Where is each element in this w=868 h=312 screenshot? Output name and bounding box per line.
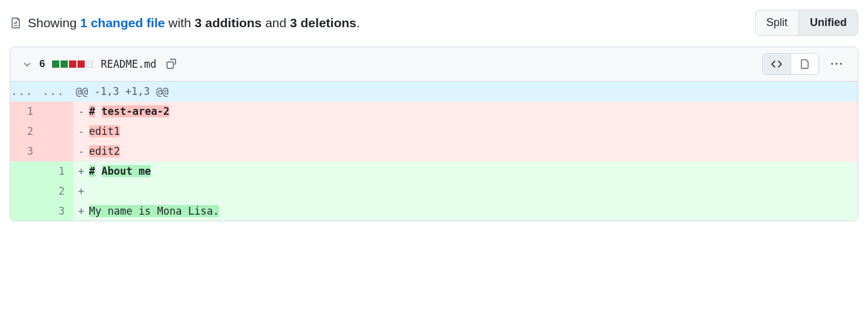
diffstat-add-block xyxy=(61,60,68,68)
unified-view-button[interactable]: Unified xyxy=(798,10,858,35)
old-line-number[interactable]: 3 xyxy=(10,141,42,161)
diff-code xyxy=(89,181,858,201)
file-diff-icon xyxy=(10,17,22,29)
summary-mid2: and xyxy=(261,16,290,30)
changed-files-link[interactable]: 1 changed file xyxy=(80,16,165,30)
split-view-button[interactable]: Split xyxy=(755,10,798,35)
diff-marker: + xyxy=(73,161,89,181)
old-line-number xyxy=(10,201,42,221)
diff-line-addition: 2 + xyxy=(10,181,858,201)
diff-line-deletion: 2 - edit1 xyxy=(10,122,858,141)
diffstat-add-block xyxy=(52,60,59,68)
diff-line-addition: 3 + My name is Mona Lisa. xyxy=(10,201,858,221)
diff-line-addition: 1 + # About me xyxy=(10,161,858,181)
diffstat-blocks xyxy=(52,60,93,68)
file-header: 6 README.md xyxy=(10,47,858,82)
diff-code: edit1 xyxy=(89,122,858,141)
new-line-number[interactable]: 1 xyxy=(42,161,73,181)
hunk-expand-old[interactable]: ... xyxy=(10,82,42,102)
summary-mid1: with xyxy=(165,16,194,30)
source-rendered-toggle xyxy=(762,53,819,75)
file-header-left: 6 README.md xyxy=(22,56,180,72)
copy-path-button[interactable] xyxy=(164,56,180,72)
source-view-button[interactable] xyxy=(763,54,791,74)
new-line-number xyxy=(42,102,73,122)
new-line-number[interactable]: 2 xyxy=(42,181,73,201)
diff-code: My name is Mona Lisa. xyxy=(89,201,858,221)
hunk-header-row: ... ... @@ -1,3 +1,3 @@ xyxy=(10,82,858,102)
additions-count: 3 additions xyxy=(194,16,261,30)
file-actions-menu[interactable] xyxy=(827,56,846,72)
diff-code: edit2 xyxy=(89,141,858,161)
collapse-toggle[interactable] xyxy=(22,59,32,69)
diff-line-deletion: 3 - edit2 xyxy=(10,141,858,161)
diffstat-del-block xyxy=(77,60,85,68)
old-line-number[interactable]: 1 xyxy=(10,102,42,122)
diff-marker: + xyxy=(73,201,89,221)
deletions-count: 3 deletions xyxy=(290,16,357,30)
file-diff: 6 README.md xyxy=(10,47,858,221)
diff-code: # test-area-2 xyxy=(89,102,858,122)
diff-marker: + xyxy=(73,181,89,201)
new-line-number xyxy=(42,141,73,161)
diff-table: ... ... @@ -1,3 +1,3 @@ 1 - # test-area-… xyxy=(10,82,858,221)
diff-line-deletion: 1 - # test-area-2 xyxy=(10,102,858,122)
hunk-expand-new[interactable]: ... xyxy=(42,82,73,102)
diff-marker: - xyxy=(73,122,89,141)
old-line-number[interactable]: 2 xyxy=(10,122,42,141)
summary-suffix: . xyxy=(357,16,360,30)
new-line-number[interactable]: 3 xyxy=(42,201,73,221)
summary-prefix: Showing xyxy=(28,16,80,30)
new-line-number xyxy=(42,122,73,141)
diff-marker: - xyxy=(73,141,89,161)
file-header-right xyxy=(762,53,846,75)
diff-view-toggle: Split Unified xyxy=(755,10,858,36)
diff-summary-text: Showing 1 changed file with 3 additions … xyxy=(28,16,360,30)
old-line-number xyxy=(10,181,42,201)
diffstat-del-block xyxy=(69,60,76,68)
diff-summary-bar: Showing 1 changed file with 3 additions … xyxy=(10,10,858,36)
file-change-count: 6 xyxy=(39,58,45,70)
hunk-header: @@ -1,3 +1,3 @@ xyxy=(73,82,858,102)
diff-code: # About me xyxy=(89,161,858,181)
diffstat-neutral-block xyxy=(86,60,93,68)
rendered-view-button[interactable] xyxy=(791,54,818,74)
old-line-number xyxy=(10,161,42,181)
filename[interactable]: README.md xyxy=(100,58,156,70)
diff-marker: - xyxy=(73,102,89,122)
diff-summary-left: Showing 1 changed file with 3 additions … xyxy=(10,16,360,30)
